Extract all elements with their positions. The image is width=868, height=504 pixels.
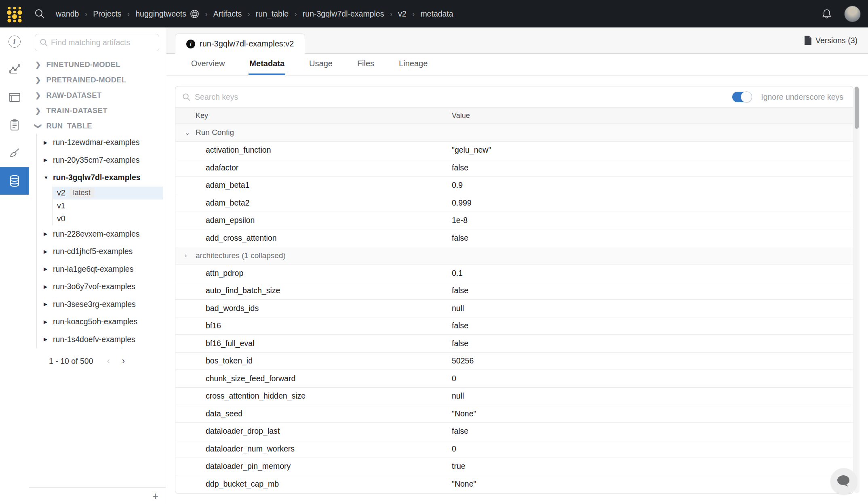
row-key: chunk_size_feed_forward <box>206 374 295 383</box>
row-value: false <box>452 339 468 348</box>
tab-overview[interactable]: Overview <box>190 54 225 75</box>
scrollbar-thumb[interactable] <box>855 87 859 129</box>
rail-item-logs[interactable] <box>0 111 29 139</box>
row-value: "gelu_new" <box>452 145 491 155</box>
artifact-search-box[interactable] <box>35 34 159 51</box>
table-row: adam_epsilon1e-8 <box>175 212 853 230</box>
run-item[interactable]: ▶ run-20y35cm7-examples <box>37 151 166 169</box>
run-label: run-228evxem-examples <box>53 229 140 239</box>
row-value: 1e-8 <box>452 216 468 225</box>
run-item[interactable]: ▶ run-1s4doefv-examples <box>37 331 166 349</box>
run-item-expanded[interactable]: ▼ run-3gqlw7dl-examples <box>37 169 166 187</box>
table-row: activation_function"gelu_new" <box>175 142 853 160</box>
row-key: bos_token_id <box>206 356 253 365</box>
row-value: 0.999 <box>452 198 472 208</box>
run-item[interactable]: ▶ run-cd1jhcf5-examples <box>37 243 166 260</box>
sidebar-item-run-table[interactable]: ❯ RUN_TABLE <box>29 118 166 134</box>
search-icon <box>182 93 191 101</box>
file-icon <box>804 36 812 45</box>
run-label: run-3o6y7vof-examples <box>53 282 135 291</box>
triangle-expanded-icon: ▼ <box>44 175 48 181</box>
rail-item-artifacts[interactable] <box>0 167 29 195</box>
run-item[interactable]: ▶ run-koacg5oh-examples <box>37 313 166 331</box>
category-label: FINETUNED-MODEL <box>46 60 120 69</box>
row-value: 0.9 <box>452 181 463 190</box>
breadcrumb: wandb Projects huggingtweets Artifacts r… <box>56 9 453 19</box>
breadcrumb-item[interactable]: huggingtweets <box>135 9 186 19</box>
add-button[interactable]: + <box>152 491 158 501</box>
row-key: adam_epsilon <box>206 216 255 225</box>
run-item[interactable]: ▶ run-1zewdmar-examples <box>37 134 166 151</box>
tab-lineage[interactable]: Lineage <box>398 54 428 75</box>
table-row: bf16false <box>175 317 853 335</box>
sidebar-item-pretrained-model[interactable]: ❯ PRETRAINED-MODEL <box>29 72 166 88</box>
run-item[interactable]: ▶ run-la1ge6qt-examples <box>37 260 166 278</box>
sidebar-item-finetuned-model[interactable]: ❯ FINETUNED-MODEL <box>29 57 166 72</box>
table-row: ddp_bucket_cap_mb"None" <box>175 475 853 493</box>
run-item[interactable]: ▶ run-3o6y7vof-examples <box>37 278 166 296</box>
rail-item-tables[interactable] <box>0 83 29 111</box>
page-next-button[interactable]: › <box>122 356 125 366</box>
avatar[interactable] <box>844 6 861 22</box>
logs-icon <box>8 118 21 132</box>
run-label: run-3sese3rg-examples <box>53 300 136 309</box>
versions-button[interactable]: Versions (3) <box>804 36 857 45</box>
globe-icon <box>190 9 199 19</box>
search-icon <box>40 38 48 47</box>
breadcrumb-item[interactable]: metadata <box>420 9 453 19</box>
tab-metadata[interactable]: Metadata <box>249 54 285 75</box>
row-key: add_cross_attention <box>206 233 277 243</box>
sidebar-item-raw-dataset[interactable]: ❯ RAW-DATASET <box>29 88 166 103</box>
row-key: dataloader_num_workers <box>206 444 295 454</box>
breadcrumb-item[interactable]: wandb <box>56 9 79 19</box>
tab-usage[interactable]: Usage <box>308 54 333 75</box>
artifact-tab-strip: i run-3gqlw7dl-examples:v2 Versions (3) <box>166 27 868 54</box>
version-list: v2 latest v1 v0 <box>53 187 163 225</box>
breadcrumb-item[interactable]: Artifacts <box>213 9 242 19</box>
ignore-underscore-toggle[interactable] <box>732 92 752 102</box>
search-icon[interactable] <box>34 8 45 19</box>
run-label: run-20y35cm7-examples <box>53 155 140 165</box>
run-table-children: ▶ run-1zewdmar-examples ▶ run-20y35cm7-e… <box>36 134 166 348</box>
chevron-right-icon: ❯ <box>35 61 41 69</box>
page-prev-button[interactable]: ‹ <box>107 356 110 366</box>
breadcrumb-item[interactable]: run_table <box>256 9 289 19</box>
metadata-search-row: Ignore underscore keys <box>175 86 853 108</box>
version-item-v2[interactable]: v2 latest <box>53 187 163 200</box>
artifact-tab[interactable]: i run-3gqlw7dl-examples:v2 <box>175 34 305 54</box>
version-label: v0 <box>57 214 65 223</box>
breadcrumb-item[interactable]: run-3gqlw7dl-examples <box>303 9 384 19</box>
breadcrumb-item[interactable]: Projects <box>93 9 121 19</box>
breadcrumb-item[interactable]: v2 <box>398 9 407 19</box>
row-key: auto_find_batch_size <box>206 286 280 295</box>
chat-help-button[interactable] <box>830 468 857 495</box>
run-label: run-1zewdmar-examples <box>53 138 140 147</box>
chevron-right-icon: ❯ <box>35 76 41 84</box>
category-label: PRETRAINED-MODEL <box>46 76 126 84</box>
run-item[interactable]: ▶ run-228evxem-examples <box>37 225 166 243</box>
table-row: dataloader_num_workers0 <box>175 440 853 458</box>
metadata-search-input[interactable] <box>195 92 397 102</box>
row-value: null <box>452 304 464 313</box>
bell-icon[interactable] <box>821 8 833 20</box>
version-item-v1[interactable]: v1 <box>53 200 163 212</box>
sidebar-item-train-dataset[interactable]: ❯ TRAIN-DATASET <box>29 103 166 118</box>
run-item[interactable]: ▶ run-3sese3rg-examples <box>37 296 166 313</box>
group-row-architectures[interactable]: › architectures (1 collapsed) <box>175 247 853 265</box>
row-value: 0.1 <box>452 269 463 278</box>
table-row: bf16_full_evalfalse <box>175 335 853 353</box>
chart-icon <box>8 63 21 76</box>
artifact-search-input[interactable] <box>51 38 144 47</box>
breadcrumb-separator <box>205 9 208 19</box>
table-row: adafactorfalse <box>175 159 853 177</box>
version-item-v0[interactable]: v0 <box>53 212 163 225</box>
group-row-run-config[interactable]: ⌄ Run Config <box>175 124 853 142</box>
rail-item-charts[interactable] <box>0 55 29 83</box>
tab-files[interactable]: Files <box>356 54 375 75</box>
rail-item-info[interactable]: i <box>0 27 29 55</box>
chat-bubble-icon <box>836 475 851 488</box>
table-row: dataloader_pin_memorytrue <box>175 458 853 476</box>
wandb-logo[interactable] <box>0 4 29 23</box>
rail-item-sweeps[interactable] <box>0 139 29 167</box>
scrollbar-track[interactable] <box>854 86 860 493</box>
